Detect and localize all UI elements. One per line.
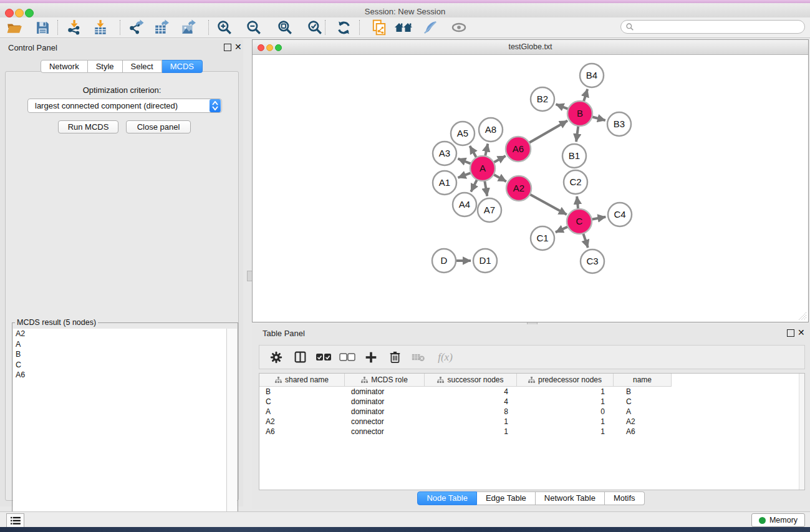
- graph-node-B3[interactable]: B3: [607, 112, 631, 136]
- table-cell[interactable]: A2: [614, 417, 672, 426]
- column-header-shared-name[interactable]: shared name: [259, 374, 345, 387]
- table-cell[interactable]: 1: [517, 387, 614, 396]
- graph-edge-C-C2[interactable]: [577, 196, 578, 209]
- table-cell[interactable]: connector: [345, 417, 425, 426]
- table-cell[interactable]: connector: [345, 427, 425, 436]
- graph-node-C[interactable]: C: [567, 209, 592, 234]
- refresh-button[interactable]: [334, 19, 353, 36]
- graph-edge-B-B2[interactable]: [556, 104, 568, 109]
- tab-style[interactable]: Style: [88, 60, 123, 73]
- zoom-fit-button[interactable]: [276, 19, 294, 36]
- first-neighbors-button[interactable]: [394, 19, 413, 36]
- table-cell[interactable]: 1: [425, 417, 517, 426]
- float-panel-icon[interactable]: [224, 44, 231, 51]
- table-cell[interactable]: C: [259, 397, 345, 406]
- graph-edge-A-A4[interactable]: [471, 180, 477, 192]
- table-close-panel-icon[interactable]: ✕: [798, 327, 805, 337]
- table-cell[interactable]: 4: [425, 397, 517, 406]
- tab-network[interactable]: Network: [41, 60, 88, 73]
- table-scrollbar[interactable]: [799, 374, 804, 490]
- table-cell[interactable]: dominator: [345, 407, 425, 416]
- tab-select[interactable]: Select: [123, 60, 162, 73]
- graph-node-C1[interactable]: C1: [531, 226, 554, 250]
- table-cell[interactable]: B: [614, 387, 672, 396]
- graph-node-A1[interactable]: A1: [433, 171, 456, 195]
- table-cell[interactable]: 1: [517, 427, 614, 436]
- table-cell[interactable]: 1: [517, 397, 614, 406]
- table-row[interactable]: A6connector11A6: [259, 427, 804, 437]
- delete-column-button[interactable]: [383, 348, 407, 367]
- graph-edge-A-A8[interactable]: [485, 144, 488, 157]
- table-cell[interactable]: A6: [259, 427, 345, 436]
- column-header-predecessor-nodes[interactable]: predecessor nodes: [517, 374, 614, 387]
- tab-network-table[interactable]: Network Table: [536, 491, 605, 505]
- select-all-rows-button[interactable]: [312, 348, 335, 367]
- table-settings-button[interactable]: [264, 348, 288, 367]
- graph-edge-B-B4[interactable]: [584, 89, 587, 102]
- table-cell[interactable]: dominator: [345, 387, 425, 396]
- table-row[interactable]: A2connector11A2: [259, 417, 804, 427]
- mcds-result-item[interactable]: C: [13, 360, 226, 370]
- add-column-button[interactable]: [359, 348, 383, 367]
- graph-edge-A-A6[interactable]: [494, 156, 506, 162]
- column-header-successor-nodes[interactable]: successor nodes: [425, 374, 517, 387]
- graph-edge-A-A2[interactable]: [494, 175, 506, 181]
- graph-node-A3[interactable]: A3: [433, 142, 456, 165]
- run-mcds-button[interactable]: Run MCDS: [58, 120, 118, 133]
- mcds-result-item[interactable]: A6: [13, 370, 226, 380]
- graph-node-A7[interactable]: A7: [478, 198, 501, 222]
- zoom-in-button[interactable]: [215, 19, 234, 36]
- graph-edge-A-A7[interactable]: [485, 181, 487, 196]
- table-cell[interactable]: 4: [425, 387, 517, 396]
- search-box[interactable]: [620, 20, 805, 34]
- function-builder-button[interactable]: f(x): [430, 348, 460, 367]
- graph-node-B1[interactable]: B1: [562, 144, 586, 168]
- graph-edge-C-C3[interactable]: [583, 233, 588, 248]
- table-cell[interactable]: A: [614, 407, 672, 416]
- table-cell[interactable]: 1: [425, 427, 517, 436]
- table-cell[interactable]: B: [259, 387, 345, 396]
- graph-node-D[interactable]: D: [432, 249, 456, 273]
- graph-node-A6[interactable]: A6: [506, 137, 531, 162]
- graph-edge-C-C4[interactable]: [592, 217, 606, 220]
- graph-edge-A-A1[interactable]: [458, 173, 471, 178]
- graph-edge-A6-B[interactable]: [529, 120, 567, 143]
- graph-edge-A-A3[interactable]: [458, 158, 471, 163]
- tab-edge-table[interactable]: Edge Table: [477, 491, 536, 505]
- delete-table-button[interactable]: [407, 348, 430, 367]
- graph-node-A5[interactable]: A5: [451, 122, 475, 145]
- clone-network-button[interactable]: [370, 19, 388, 36]
- graph-node-C3[interactable]: C3: [581, 249, 604, 273]
- table-cell[interactable]: A6: [614, 427, 672, 436]
- show-graphics-button[interactable]: [450, 19, 468, 36]
- zoom-selected-button[interactable]: [306, 19, 324, 36]
- table-cell[interactable]: 0: [517, 407, 614, 416]
- import-table-button[interactable]: [91, 19, 110, 36]
- mcds-result-item[interactable]: B: [13, 349, 226, 360]
- zoom-out-button[interactable]: [244, 19, 263, 36]
- mcds-result-item[interactable]: A2: [13, 329, 226, 339]
- graph-node-B[interactable]: B: [567, 101, 592, 126]
- export-table-button[interactable]: [152, 19, 171, 36]
- save-session-button[interactable]: [33, 19, 52, 36]
- graph-edge-C-C1[interactable]: [556, 226, 568, 232]
- deselect-all-rows-button[interactable]: [335, 348, 359, 367]
- table-row[interactable]: Adominator80A: [259, 407, 804, 417]
- graph-node-A4[interactable]: A4: [453, 193, 476, 216]
- resize-grip-icon[interactable]: [799, 312, 807, 321]
- open-session-button[interactable]: [5, 19, 24, 36]
- table-row[interactable]: Bdominator41B: [259, 387, 804, 397]
- graph-edge-B-B1[interactable]: [576, 126, 578, 142]
- export-network-button[interactable]: [127, 19, 145, 36]
- graph-edge-B-B3[interactable]: [592, 117, 605, 120]
- memory-button[interactable]: Memory: [751, 513, 805, 527]
- show-column-button[interactable]: [288, 348, 312, 367]
- column-header-name[interactable]: name: [614, 374, 672, 387]
- graph-edge-A-A5[interactable]: [470, 146, 476, 158]
- graph-edge-A2-C[interactable]: [530, 195, 567, 215]
- table-row[interactable]: Cdominator41C: [259, 397, 804, 407]
- table-cell[interactable]: A2: [259, 417, 345, 426]
- tab-node-table[interactable]: Node Table: [417, 491, 477, 505]
- search-input[interactable]: [634, 21, 804, 33]
- table-cell[interactable]: A: [259, 407, 345, 416]
